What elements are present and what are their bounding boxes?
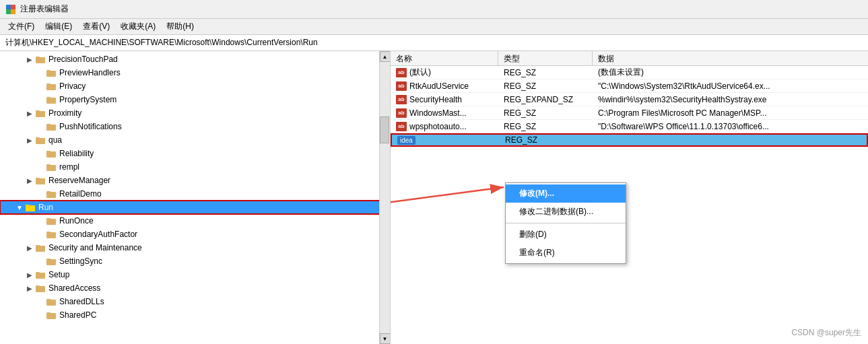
tree-label: PropertySystem — [59, 95, 116, 104]
row-name-rtk: ab RtkAudUService — [391, 80, 498, 92]
title-bar-text: 注册表编辑器 — [20, 3, 69, 15]
tree-item-shareddlls[interactable]: SharedDLLs — [0, 295, 390, 308]
menu-view[interactable]: 查看(V) — [77, 20, 115, 34]
folder-icon — [25, 202, 36, 213]
expand-icon — [35, 296, 46, 307]
folder-icon — [35, 242, 46, 253]
scroll-track — [380, 62, 391, 333]
svg-rect-35 — [46, 259, 51, 261]
expand-icon — [35, 188, 46, 199]
tree-scrollbar[interactable]: ▲ ▼ — [379, 51, 390, 344]
tree-label: SharedAccess — [48, 283, 100, 293]
svg-rect-15 — [46, 124, 51, 126]
svg-rect-19 — [46, 151, 51, 153]
tree-item-security-and-maintenance[interactable]: ▶ Security and Maintenance — [0, 241, 390, 254]
row-type-rtk: REG_SZ — [498, 80, 593, 92]
ctx-item-label: 修改二进制数据(B)... — [519, 206, 593, 217]
folder-icon — [46, 81, 57, 92]
menu-edit[interactable]: 编辑(E) — [40, 20, 77, 34]
menu-help[interactable]: 帮助(H) — [161, 20, 199, 34]
folder-icon — [46, 296, 57, 307]
right-panel: 名称 类型 数据 ab (默认) REG_SZ (数值未设置) ab RtkAu… — [391, 51, 868, 344]
main-content: ▶ PrecisionTouchPad PreviewHandlers — [0, 51, 868, 344]
tree-label: Run — [38, 203, 53, 212]
tree-panel: ▶ PrecisionTouchPad PreviewHandlers — [0, 51, 391, 344]
tree-label: PreviewHandlers — [59, 68, 121, 77]
folder-icon — [46, 188, 57, 199]
menu-bar: 文件(F) 编辑(E) 查看(V) 收藏夹(A) 帮助(H) — [0, 19, 868, 35]
tree-item-privacy[interactable]: Privacy — [0, 79, 390, 93]
row-name-wps: ab wpsphotoauto... — [391, 121, 498, 133]
col-header-data: 数据 — [593, 51, 868, 65]
table-row[interactable]: ab wpsphotoauto... REG_SZ "D:\Software\W… — [391, 120, 868, 133]
ctx-item-label: 修改(M)... — [519, 188, 554, 199]
scroll-down-btn[interactable]: ▼ — [380, 333, 391, 344]
expand-icon: ▶ — [24, 283, 35, 294]
table-row[interactable]: ab RtkAudUService REG_SZ "C:\Windows\Sys… — [391, 79, 868, 93]
tree-item-sharedaccess[interactable]: ▶ SharedAccess — [0, 281, 390, 295]
expand-icon: ▶ — [24, 175, 35, 186]
row-name-security: ab SecurityHealth — [391, 94, 498, 106]
row-data-idea — [594, 139, 867, 141]
tree-item-settingsync[interactable]: SettingSync — [0, 254, 390, 268]
menu-favorites[interactable]: 收藏夹(A) — [115, 20, 161, 34]
table-row[interactable]: ab SecurityHealth REG_EXPAND_SZ %windir%… — [391, 93, 868, 106]
tree-item-secondaryauthfactor[interactable]: SecondaryAuthFactor — [0, 228, 390, 241]
row-type-security: REG_EXPAND_SZ — [498, 94, 593, 106]
tree-label: Setup — [48, 270, 69, 279]
expand-icon — [35, 67, 46, 78]
folder-icon — [35, 269, 46, 280]
tree-item-previewhandlers[interactable]: PreviewHandlers — [0, 66, 390, 79]
tree-label: rempl — [59, 162, 79, 172]
expand-icon: ▶ — [24, 54, 35, 65]
folder-icon — [35, 54, 46, 65]
folder-icon — [46, 256, 57, 267]
tree-item-propertysystem[interactable]: PropertySystem — [0, 93, 390, 106]
tree-item-retaildemo[interactable]: RetailDemo — [0, 187, 390, 201]
svg-rect-21 — [46, 164, 51, 166]
row-name-default: ab (默认) — [391, 65, 498, 79]
tree-item-sharedpc[interactable]: SharedPC — [0, 308, 390, 322]
tree-item-setup[interactable]: ▶ Setup — [0, 268, 390, 281]
tree-item-reliability[interactable]: Reliability — [0, 147, 390, 160]
tree-label: qua — [48, 135, 62, 145]
expand-icon — [35, 148, 46, 159]
row-name-windows: ab WindowsMast... — [391, 107, 498, 119]
folder-icon — [35, 175, 46, 186]
tree-item-precisiontouchpad[interactable]: ▶ PrecisionTouchPad — [0, 53, 390, 66]
tree-item-pushnotifications[interactable]: PushNotifications — [0, 120, 390, 133]
tree-item-qua[interactable]: ▶ qua — [0, 133, 390, 147]
table-row-idea[interactable]: idea REG_SZ — [391, 133, 868, 147]
tree-label: SharedPC — [59, 310, 96, 320]
svg-rect-27 — [26, 205, 30, 207]
menu-file[interactable]: 文件(F) — [3, 20, 40, 34]
tree-item-runonce[interactable]: RunOnce — [0, 214, 390, 228]
row-data-default: (数值未设置) — [593, 65, 868, 79]
tree-item-rempl[interactable]: rempl — [0, 160, 390, 174]
table-row[interactable]: ab WindowsMast... REG_SZ C:\Program File… — [391, 106, 868, 120]
ctx-item-modify[interactable]: 修改(M)... — [506, 184, 626, 203]
ctx-item-modify-binary[interactable]: 修改二进制数据(B)... — [506, 203, 626, 221]
tree-item-reservemanager[interactable]: ▶ ReserveManager — [0, 174, 390, 187]
svg-rect-11 — [46, 97, 51, 99]
scroll-up-btn[interactable]: ▲ — [380, 51, 391, 62]
folder-icon — [46, 229, 57, 240]
tree-label: SettingSync — [59, 256, 102, 266]
folder-icon — [35, 283, 46, 294]
scroll-thumb[interactable] — [380, 116, 389, 143]
tree-item-proximity[interactable]: ▶ Proximity — [0, 106, 390, 120]
svg-rect-13 — [36, 110, 40, 112]
tree-item-run[interactable]: ▼ Run — [0, 201, 390, 214]
svg-rect-23 — [36, 178, 40, 180]
ctx-item-rename[interactable]: 重命名(R) — [506, 244, 626, 262]
idea-badge: idea — [397, 136, 415, 145]
expand-icon — [35, 94, 46, 105]
ctx-item-delete[interactable]: 删除(D) — [506, 226, 626, 244]
row-name-text: RtkAudUService — [409, 81, 469, 91]
row-data-windows: C:\Program Files\Microsoft PC Manager\MS… — [593, 107, 868, 119]
tree-label: Security and Maintenance — [48, 243, 142, 252]
expand-icon — [35, 162, 46, 172]
reg-icon: ab — [396, 122, 407, 131]
table-header: 名称 类型 数据 — [391, 51, 868, 66]
table-row[interactable]: ab (默认) REG_SZ (数值未设置) — [391, 66, 868, 79]
